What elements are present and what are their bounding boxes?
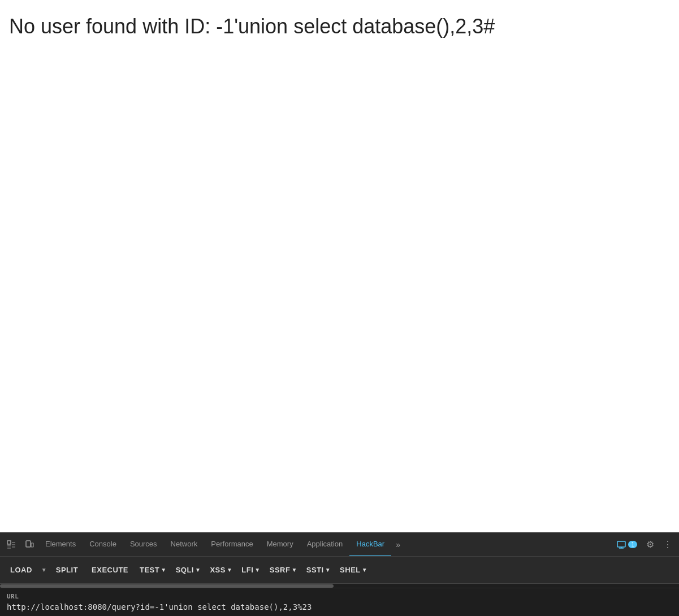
test-arrow-icon: ▼	[161, 567, 166, 573]
devtools-panel: Elements Console Sources Network Perform…	[0, 532, 679, 616]
hackbar-lfi-dropdown[interactable]: LFI ▼	[238, 563, 263, 576]
browser-content: No user found with ID: -1'union select d…	[0, 0, 679, 532]
xss-arrow-icon: ▼	[227, 567, 232, 573]
devtools-settings-button[interactable]: ⚙	[642, 536, 659, 553]
console-messages-button[interactable]: 1	[612, 537, 642, 553]
hackbar-scrollbar-thumb[interactable]	[0, 584, 334, 588]
hackbar-url-section: URL http://localhost:8080/query?id=-1'un…	[0, 588, 679, 616]
console-badge: 1	[628, 541, 637, 548]
device-toolbar-button[interactable]	[20, 537, 38, 553]
tab-sources[interactable]: Sources	[123, 533, 164, 557]
inspect-icon-button[interactable]	[2, 537, 20, 553]
ssti-arrow-icon: ▼	[325, 567, 331, 573]
hackbar-toolbar: LOAD ▼ SPLIT EXECUTE TEST ▼ SQLI ▼ XSS ▼…	[0, 557, 679, 584]
devtools-more-button[interactable]: ⋮	[659, 536, 677, 553]
hackbar-load-button[interactable]: LOAD	[5, 563, 38, 576]
tab-console[interactable]: Console	[83, 533, 123, 557]
devtools-tabs-bar: Elements Console Sources Network Perform…	[0, 533, 679, 557]
hackbar-ssrf-dropdown[interactable]: SSRF ▼	[266, 563, 301, 576]
hackbar-shell-dropdown[interactable]: SHEL ▼	[336, 563, 371, 576]
svg-rect-0	[7, 541, 11, 544]
hackbar-xss-dropdown[interactable]: XSS ▼	[206, 563, 236, 576]
shell-arrow-icon: ▼	[362, 567, 367, 573]
tab-memory[interactable]: Memory	[260, 533, 300, 557]
lfi-arrow-icon: ▼	[254, 567, 260, 573]
tab-network[interactable]: Network	[164, 533, 205, 557]
hackbar-execute-button[interactable]: EXECUTE	[86, 563, 134, 576]
tab-elements[interactable]: Elements	[38, 533, 83, 557]
tab-overflow-button[interactable]: »	[391, 537, 405, 553]
hackbar-scrollbar[interactable]	[0, 584, 679, 588]
hackbar-test-dropdown[interactable]: TEST ▼	[136, 563, 170, 576]
page-message: No user found with ID: -1'union select d…	[9, 14, 670, 40]
tab-performance[interactable]: Performance	[204, 533, 260, 557]
url-label: URL	[7, 593, 672, 600]
svg-rect-2	[31, 543, 33, 547]
hackbar-load-arrow[interactable]: ▼	[40, 567, 48, 573]
sqli-arrow-icon: ▼	[195, 567, 201, 573]
hackbar-sqli-dropdown[interactable]: SQLI ▼	[172, 563, 205, 576]
tab-application[interactable]: Application	[300, 533, 350, 557]
ssrf-arrow-icon: ▼	[291, 567, 297, 573]
url-value[interactable]: http://localhost:8080/query?id=-1'union …	[7, 602, 672, 611]
hackbar-split-button[interactable]: SPLIT	[50, 563, 84, 576]
hackbar-ssti-dropdown[interactable]: SSTI ▼	[303, 563, 334, 576]
svg-rect-3	[617, 541, 625, 547]
svg-rect-1	[26, 541, 31, 547]
tab-hackbar[interactable]: HackBar	[349, 533, 391, 557]
